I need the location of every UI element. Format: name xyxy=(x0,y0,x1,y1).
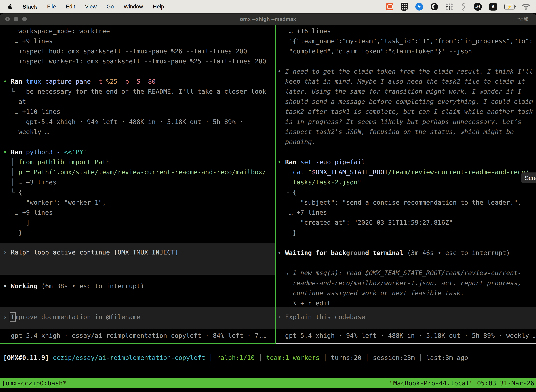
zoom-button[interactable] xyxy=(22,17,27,21)
terminal-line: │ tasks/task-2.json" xyxy=(278,177,536,187)
terminal-line: workspace_mode: worktree xyxy=(3,26,274,36)
menu-help[interactable]: Help xyxy=(153,4,164,10)
terminal-line: inspect task2's JSON, focusing on the st… xyxy=(278,127,536,137)
key-a-icon[interactable]: A xyxy=(489,3,497,10)
terminal-line: "created_at": "2026-03-31T11:59:27.816Z" xyxy=(278,217,536,227)
terminal-line xyxy=(3,137,274,147)
keypad-icon[interactable] xyxy=(401,3,408,11)
left-prompt-input[interactable]: › Improve documentation in @filename xyxy=(3,312,140,322)
working-status: • Working (6m 38s • esc to interrupt) xyxy=(3,281,144,291)
terminal-line: … +9 lines xyxy=(3,207,274,217)
apple-menu-icon[interactable] xyxy=(7,4,13,10)
crescent-icon[interactable] xyxy=(431,3,438,10)
menu-go[interactable]: Go xyxy=(107,4,114,10)
terminal-line xyxy=(278,238,536,248)
terminal-line: gpt-5.4 xhigh · 94% left · 488K in · 5.1… xyxy=(3,117,274,127)
terminal-line: is in progress? It seems likely but perh… xyxy=(278,117,536,127)
terminal-window: omx --xhigh --madmax ⌥⌘1 workspace_mode:… xyxy=(0,13,536,392)
terminal-line: } xyxy=(278,228,536,238)
terminal-line: ] xyxy=(3,217,274,227)
terminal-line xyxy=(278,147,536,157)
terminal-line xyxy=(3,66,274,76)
terminal-line: … +9 lines xyxy=(3,36,274,46)
terminal-line: └ { xyxy=(3,187,274,197)
chat-app-icon[interactable] xyxy=(386,3,393,10)
close-button[interactable] xyxy=(5,17,10,21)
terminal-line: later. Using the same for transition mig… xyxy=(278,86,536,96)
terminal-line: '{"team_name":"my-team","task_id":"1","f… xyxy=(278,36,536,46)
terminal-line: pending. xyxy=(278,137,536,147)
terminal-line: │ … +3 lines xyxy=(3,177,274,187)
window-titlebar[interactable]: omx --xhigh --madmax ⌥⌘1 xyxy=(0,13,536,25)
dots-grid-icon[interactable] xyxy=(446,3,453,10)
terminal-line: │ from pathlib import Path xyxy=(3,157,274,167)
terminal-line: "subject": "send a concise recommendatio… xyxy=(278,197,536,207)
tmux-host-clock: "MacBook-Pro-44.local" 05:03 31-Mar-26 xyxy=(389,379,534,387)
window-title: omx --xhigh --madmax xyxy=(240,16,296,22)
blue-flash-icon[interactable]: ϟ xyxy=(415,3,423,10)
terminal-line xyxy=(278,56,536,66)
left-pane-statusline: gpt-5.4 xhigh · essay/ai-reimplementatio… xyxy=(3,331,274,341)
left-pane-output[interactable]: workspace_mode: worktree … +9 lines insp… xyxy=(3,26,274,238)
terminal-line: ↳ 1 new msg(s): read $OMX_TEAM_STATE_ROO… xyxy=(278,268,536,278)
terminal-line: … +7 lines xyxy=(278,207,536,217)
terminal-line: • Waiting for background terminal (3m 46… xyxy=(278,248,536,258)
ralph-loop-status: › Ralph loop active continue [OMX_TMUX_I… xyxy=(3,247,178,257)
terminal-line: inspect_hud: omx sparkshell --tmux-pane … xyxy=(3,46,274,56)
window-shortcut-badge: ⌥⌘1 xyxy=(517,16,531,22)
terminal-line: } xyxy=(3,228,274,238)
terminal-line: • I need to get the claim token from the… xyxy=(278,66,536,76)
terminal-line xyxy=(278,258,536,268)
pane-bottom-border-active xyxy=(0,343,276,344)
tmux-statusbar: [omx-cczip0:bash* "MacBook-Pro-44.local"… xyxy=(0,378,536,388)
terminal-line: • Ran set -euo pipefail xyxy=(278,157,536,167)
terminal-line: inspect_worker-1: omx sparkshell --tmux-… xyxy=(3,56,274,66)
menu-window[interactable]: Window xyxy=(124,4,143,10)
terminal-line: │ p = Path('.omx/state/team/review-curre… xyxy=(3,167,274,177)
menu-file[interactable]: File xyxy=(47,4,56,10)
terminal-line: │ cat "$OMX_TEAM_STATE_ROOT/team/review-… xyxy=(278,167,536,177)
menu-view[interactable]: View xyxy=(85,4,97,10)
terminal-line: • Ran tmux capture-pane -t %25 -p -S -80 xyxy=(3,76,274,86)
menu-edit[interactable]: Edit xyxy=(66,4,75,10)
terminal-line: readme-and-reco/mailbox/worker-1.json, a… xyxy=(278,278,536,288)
terminal-line: "completed","claim_token":"claim-token"}… xyxy=(278,46,536,56)
macos-menubar: Slack File Edit View Go Window Help ϟ ..… xyxy=(0,0,536,13)
terminal-line: • Ran python3 - <<'PY' xyxy=(3,147,274,157)
terminal-line: should send a message before completing … xyxy=(278,97,536,107)
terminal-line: continue assigned work or next feasible … xyxy=(278,288,536,298)
screenshot-tooltip: Scre xyxy=(521,173,536,183)
terminal-line: … +110 lines xyxy=(3,107,274,117)
omx-session-statusbar: [OMX#0.11.9] cczip/essay/ai-reimplementa… xyxy=(3,353,532,363)
terminal-line: … +16 lines xyxy=(278,26,536,36)
squiggle-icon[interactable] xyxy=(460,2,466,11)
pane-bottom-border-inactive xyxy=(276,343,536,344)
right-pane-output[interactable]: … +16 lines '{"team_name":"my-team","tas… xyxy=(278,26,536,308)
pane-divider xyxy=(275,25,276,343)
right-prompt-input[interactable]: › Explain this codebase xyxy=(278,312,365,322)
tmux-session-name[interactable]: [omx-cczip0:bash* xyxy=(2,379,67,387)
badge-61-icon[interactable]: ..61 xyxy=(474,3,482,11)
menu-app-slack[interactable]: Slack xyxy=(23,4,37,10)
terminal-line: ⌥ + ↑ edit xyxy=(278,298,536,308)
desktop-screen: Slack File Edit View Go Window Help ϟ ..… xyxy=(0,0,536,392)
terminal-line: "worker": "worker-1", xyxy=(3,197,274,207)
right-pane-statusline: gpt-5.4 xhigh · 94% left · 488K in · 5.1… xyxy=(278,331,536,341)
terminal-line: task2 after task1 is complete, but can I… xyxy=(278,107,536,117)
wifi-icon[interactable] xyxy=(522,4,530,10)
screenshot-tooltip-label: Scre xyxy=(525,175,536,182)
minimize-button[interactable] xyxy=(14,17,18,21)
terminal-line: └ be necessary for the end of the README… xyxy=(3,86,274,96)
terminal-line: └ { xyxy=(278,187,536,197)
terminal-line: weekly … xyxy=(3,127,274,137)
battery-charging-icon[interactable]: ⚡ xyxy=(504,4,515,9)
terminal-line: keep that in mind. Maybe I also need the… xyxy=(278,76,536,86)
terminal-line: at xyxy=(3,97,274,107)
